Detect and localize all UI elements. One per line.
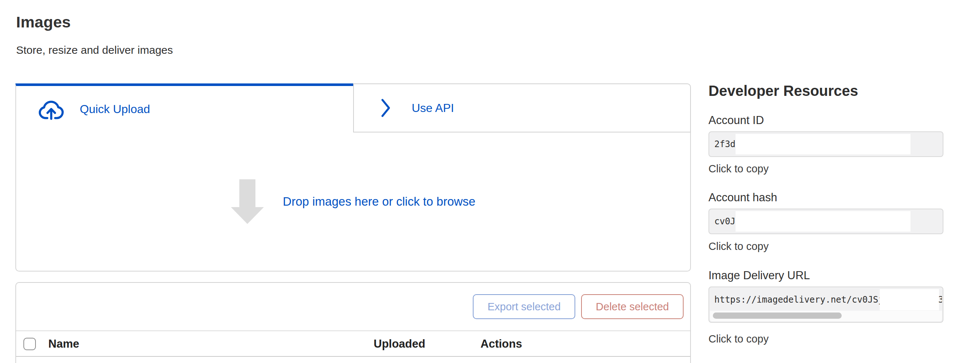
dropzone-label: Drop images here or click to browse xyxy=(283,195,476,209)
image-delivery-url-value: https://imagedelivery.net/cv0JSj xyxy=(714,295,883,305)
upload-card: Quick Upload Use API Drop images here or… xyxy=(15,83,691,272)
account-id-value: 2f3d xyxy=(714,139,735,149)
column-header-uploaded: Uploaded xyxy=(374,331,425,357)
chevron-right-icon xyxy=(380,98,391,118)
select-all-checkbox[interactable] xyxy=(24,338,36,350)
page-title: Images xyxy=(16,13,71,31)
image-delivery-url-field[interactable]: https://imagedelivery.net/cv0JSj 3 xyxy=(708,287,943,323)
image-delivery-url-label: Image Delivery URL xyxy=(708,269,943,282)
list-toolbar: Export selected Delete selected xyxy=(16,283,690,331)
account-id-field[interactable]: 2f3d xyxy=(708,131,943,157)
image-delivery-url-copy-hint: Click to copy xyxy=(708,333,943,345)
delete-selected-button[interactable]: Delete selected xyxy=(581,294,684,319)
redacted-value-mask xyxy=(735,134,910,154)
export-selected-button[interactable]: Export selected xyxy=(473,294,575,319)
images-page: Images Store, resize and deliver images … xyxy=(0,0,980,363)
image-list-card: Export selected Delete selected Name Upl… xyxy=(15,282,691,363)
dropzone[interactable]: Drop images here or click to browse xyxy=(15,132,691,272)
account-id-label: Account ID xyxy=(708,114,943,127)
tab-bar: Quick Upload Use API xyxy=(15,83,691,132)
horizontal-scrollbar-track xyxy=(710,310,942,321)
tab-use-api[interactable]: Use API xyxy=(353,83,691,132)
redacted-value-mask xyxy=(735,211,910,232)
account-hash-copy-hint: Click to copy xyxy=(708,240,943,253)
tab-use-api-label: Use API xyxy=(412,101,454,115)
arrow-down-icon xyxy=(231,179,264,224)
clipped-character: 3 xyxy=(938,295,942,307)
redacted-value-mask xyxy=(880,289,939,310)
column-header-actions: Actions xyxy=(480,331,522,357)
table-header-row: Name Uploaded Actions xyxy=(16,331,690,357)
column-header-name: Name xyxy=(48,331,79,357)
cloud-upload-icon xyxy=(37,99,66,120)
account-hash-label: Account hash xyxy=(708,191,943,204)
developer-resources-panel: Developer Resources Account ID 2f3d Clic… xyxy=(708,83,943,345)
account-hash-value: cv0J xyxy=(714,216,735,226)
tab-quick-upload-label: Quick Upload xyxy=(80,102,150,116)
tab-quick-upload[interactable]: Quick Upload xyxy=(15,83,353,132)
account-hash-field[interactable]: cv0J xyxy=(708,209,943,234)
account-id-copy-hint: Click to copy xyxy=(708,163,943,175)
page-subtitle: Store, resize and deliver images xyxy=(16,44,173,56)
developer-resources-title: Developer Resources xyxy=(708,83,943,99)
horizontal-scrollbar-thumb[interactable] xyxy=(713,312,842,319)
